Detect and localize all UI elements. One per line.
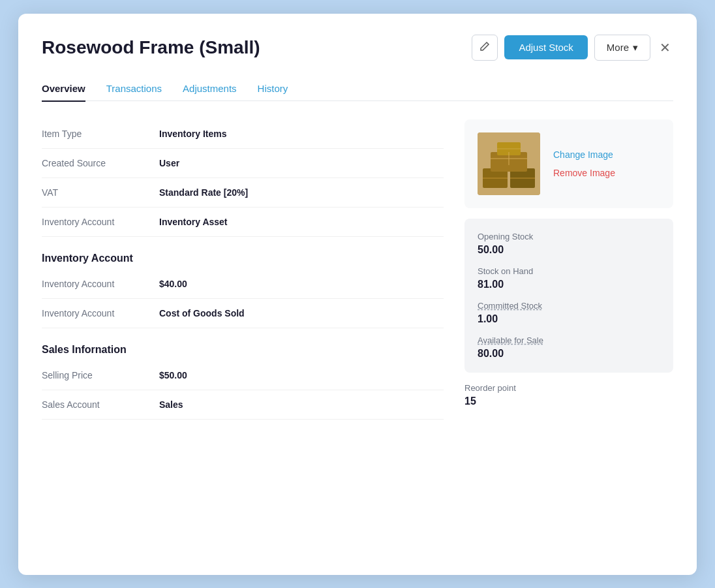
stock-on-hand-value: 81.00 [478, 279, 660, 290]
stock-on-hand-label: Stock on Hand [478, 266, 660, 276]
chevron-down-icon: ▾ [633, 42, 638, 54]
header-actions: Adjust Stock More ▾ ✕ [472, 35, 673, 61]
stock-on-hand-row: Stock on Hand 81.00 [478, 266, 660, 290]
field-row-inv-acc-1: Inventory Account $40.00 [42, 270, 444, 299]
available-for-sale-value: 80.00 [478, 348, 660, 360]
field-row-vat: VAT Standard Rate [20%] [42, 178, 444, 208]
modal-header: Rosewood Frame (Small) Adjust Stock More… [42, 35, 673, 61]
field-value-created-source: User [159, 158, 179, 168]
available-for-sale-label: Available for Sale [478, 335, 660, 345]
stock-card: Opening Stock 50.00 Stock on Hand 81.00 … [464, 219, 673, 373]
field-value-inventory-account: Inventory Asset [159, 217, 228, 227]
modal-title: Rosewood Frame (Small) [42, 37, 260, 58]
reorder-label: Reorder point [464, 383, 673, 393]
more-button[interactable]: More ▾ [594, 35, 650, 61]
adjust-stock-button[interactable]: Adjust Stock [504, 35, 587, 59]
field-label-sales-account: Sales Account [42, 399, 159, 410]
edit-button[interactable] [472, 35, 498, 61]
field-value-inv-acc-2: Cost of Goods Sold [159, 308, 245, 318]
field-row-created-source: Created Source User [42, 149, 444, 178]
reorder-value: 15 [464, 395, 673, 407]
field-label-vat: VAT [42, 187, 159, 198]
image-card: Change Image Remove Image [464, 119, 673, 208]
remove-image-button[interactable]: Remove Image [553, 168, 615, 178]
field-value-selling-price: $50.00 [159, 370, 187, 380]
field-label-inv-acc-1: Inventory Account [42, 279, 159, 289]
field-label-created-source: Created Source [42, 158, 159, 168]
product-image [478, 132, 540, 195]
content-grid: Item Type Inventory Items Created Source… [42, 119, 673, 420]
field-label-inv-acc-2: Inventory Account [42, 308, 159, 318]
field-label-selling-price: Selling Price [42, 370, 159, 380]
field-row-selling-price: Selling Price $50.00 [42, 361, 444, 390]
field-row-inventory-account: Inventory Account Inventory Asset [42, 208, 444, 237]
committed-stock-row: Committed Stock 1.00 [478, 301, 660, 325]
more-label: More [607, 42, 629, 53]
tabs-container: Overview Transactions Adjustments Histor… [42, 76, 673, 102]
field-row-item-type: Item Type Inventory Items [42, 119, 444, 149]
committed-stock-label: Committed Stock [478, 301, 660, 311]
tab-transactions[interactable]: Transactions [106, 76, 162, 102]
close-button[interactable]: ✕ [657, 37, 673, 58]
available-for-sale-row: Available for Sale 80.00 [478, 335, 660, 360]
opening-stock-label: Opening Stock [478, 232, 660, 241]
left-panel: Item Type Inventory Items Created Source… [42, 119, 444, 420]
tab-overview[interactable]: Overview [42, 76, 85, 102]
opening-stock-value: 50.00 [478, 244, 660, 256]
inventory-section-title: Inventory Account [42, 253, 444, 264]
field-row-inv-acc-2: Inventory Account Cost of Goods Sold [42, 299, 444, 328]
reorder-section: Reorder point 15 [464, 383, 673, 407]
field-label-inventory-account: Inventory Account [42, 217, 159, 227]
field-label-item-type: Item Type [42, 129, 159, 139]
field-value-sales-account: Sales [159, 399, 183, 410]
modal-container: Rosewood Frame (Small) Adjust Stock More… [18, 14, 697, 575]
field-value-inv-acc-1: $40.00 [159, 279, 187, 289]
image-actions: Change Image Remove Image [553, 149, 615, 178]
pencil-icon [479, 41, 490, 54]
tab-adjustments[interactable]: Adjustments [183, 76, 237, 102]
sales-section-title: Sales Infornation [42, 344, 444, 356]
change-image-button[interactable]: Change Image [553, 149, 615, 160]
committed-stock-value: 1.00 [478, 313, 660, 325]
field-row-sales-account: Sales Account Sales [42, 390, 444, 420]
opening-stock-row: Opening Stock 50.00 [478, 232, 660, 256]
field-value-item-type: Inventory Items [159, 129, 226, 139]
field-value-vat: Standard Rate [20%] [159, 187, 248, 198]
right-panel: Change Image Remove Image Opening Stock … [464, 119, 673, 420]
tab-history[interactable]: History [258, 76, 288, 102]
